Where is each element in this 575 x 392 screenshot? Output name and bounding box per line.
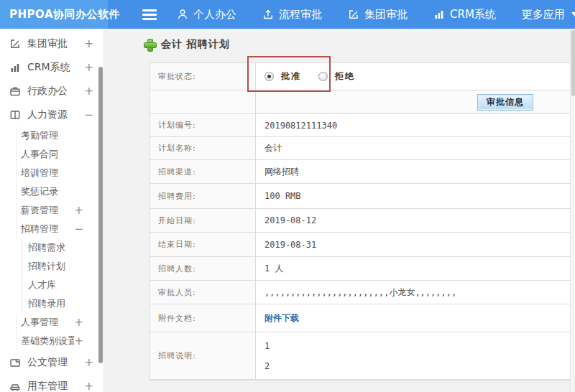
field-value: 2019-08-31 bbox=[256, 233, 571, 256]
description-value: 12 bbox=[256, 332, 571, 379]
sidebar-item-label: 招聘计划 bbox=[22, 260, 75, 273]
car-icon bbox=[9, 381, 21, 392]
top-bar: PHPOA协同办公软件 个人办公流程审批集团审批CRM系统更多应用 bbox=[0, 0, 575, 29]
sidebar-item-label: 人力资源 bbox=[27, 108, 78, 121]
field-label: 招聘人数: bbox=[150, 257, 256, 280]
sidebar-item-personnel[interactable]: 人事管理+ bbox=[16, 313, 104, 332]
field-row: 计划编号:20190812111340 bbox=[150, 114, 571, 137]
field-row: 招聘渠道:网络招聘 bbox=[150, 160, 571, 184]
sidebar-item-label: 基础类别设置 bbox=[17, 335, 74, 347]
window-scrollbar[interactable] bbox=[570, 29, 575, 392]
field-label: 开始日期: bbox=[150, 209, 256, 232]
reject-radio[interactable] bbox=[318, 72, 328, 81]
field-label: 结束日期: bbox=[150, 233, 256, 256]
sidebar-item-vehicle[interactable]: 用车管理+ bbox=[0, 374, 104, 392]
sidebar-item-talent-pool[interactable]: 人才库 bbox=[22, 276, 104, 294]
field-row: 计划名称:会计 bbox=[150, 137, 571, 160]
chart-icon bbox=[9, 62, 21, 73]
sidebar-item-group-approval[interactable]: 集团审批+ bbox=[0, 32, 104, 55]
nav-item-workflow-approval[interactable]: 流程审批 bbox=[262, 8, 322, 22]
field-label: 附件文档: bbox=[150, 304, 256, 332]
expand-icon[interactable]: + bbox=[74, 335, 83, 347]
field-row: 附件文档:附件下载 bbox=[150, 304, 571, 332]
recruit-plan-form: 审批状态: 批准 拒绝 审批信息 计划编号:20190812111340计划名称… bbox=[150, 62, 571, 381]
approval-button-row: 审批信息 bbox=[150, 90, 571, 114]
expand-icon[interactable]: + bbox=[74, 204, 83, 217]
nav-item-personal-office[interactable]: 个人办公 bbox=[177, 8, 236, 22]
expand-icon[interactable]: + bbox=[84, 85, 93, 98]
sidebar-item-reward-punish[interactable]: 奖惩记录 bbox=[16, 182, 104, 201]
sidebar-item-recruit-hire[interactable]: 招聘录用 bbox=[22, 294, 104, 313]
attachment-download-link[interactable]: 附件下载 bbox=[264, 312, 299, 325]
reject-radio-label: 拒绝 bbox=[335, 70, 355, 83]
field-row: 开始日期:2019-08-12 bbox=[150, 209, 571, 233]
sidebar-item-doc-management[interactable]: 公文管理+ bbox=[0, 350, 104, 374]
approval-info-button[interactable]: 审批信息 bbox=[477, 94, 533, 111]
expand-icon[interactable]: + bbox=[74, 316, 83, 329]
nav-item-label: 更多应用 bbox=[522, 8, 565, 22]
sidebar-item-label: 人事管理 bbox=[17, 316, 74, 329]
nav-item-group-approval[interactable]: 集团审批 bbox=[348, 8, 408, 22]
approval-status-options: 批准 拒绝 bbox=[264, 70, 365, 83]
collapse-icon[interactable]: − bbox=[74, 223, 83, 235]
field-row: 审批人员:,,,,,,,,,,,,,,,,,,,,,,,,小龙女,,,,,,,, bbox=[150, 281, 571, 304]
sidebar-item-recruitment[interactable]: 招聘管理− bbox=[16, 220, 104, 238]
field-value: 会计 bbox=[256, 137, 571, 159]
sidebar-item-label: 公文管理 bbox=[27, 356, 78, 369]
sidebar: 集团审批+CRM系统+行政办公+人力资源−考勤管理人事合同培训管理奖惩记录薪资管… bbox=[0, 29, 104, 392]
field-row: 结束日期:2019-08-31 bbox=[150, 233, 571, 257]
sidebar-item-recruit-demand[interactable]: 招聘需求 bbox=[22, 238, 104, 257]
field-value: 1 人 bbox=[256, 257, 571, 280]
field-label: 计划编号: bbox=[150, 114, 256, 136]
caret-down-icon bbox=[571, 12, 575, 17]
nav-item-more-apps[interactable]: 更多应用 bbox=[522, 8, 575, 22]
field-value: 100 RMB bbox=[256, 184, 571, 208]
field-label: 审批人员: bbox=[150, 281, 256, 304]
sidebar-item-label: 招聘管理 bbox=[17, 223, 74, 235]
field-value: 20190812111340 bbox=[256, 114, 571, 136]
app-logo: PHPOA协同办公软件 bbox=[0, 0, 108, 29]
sidebar-item-label: 人才库 bbox=[22, 279, 75, 291]
sidebar-item-recruit-plan[interactable]: 招聘计划 bbox=[22, 257, 104, 276]
sidebar-item-label: CRM系统 bbox=[27, 61, 78, 74]
description-row: 招聘说明: 12 bbox=[150, 332, 571, 380]
field-label: 招聘渠道: bbox=[150, 160, 256, 183]
sidebar-item-attendance[interactable]: 考勤管理 bbox=[16, 126, 104, 145]
description-label: 招聘说明: bbox=[150, 332, 256, 379]
doc-icon bbox=[9, 357, 21, 368]
expand-icon[interactable]: + bbox=[84, 61, 93, 74]
sidebar-item-crm-system[interactable]: CRM系统+ bbox=[0, 55, 104, 79]
edit-icon bbox=[9, 38, 21, 50]
collapse-icon[interactable]: − bbox=[84, 108, 93, 121]
field-row: 招聘费用:100 RMB bbox=[150, 184, 571, 209]
field-row: 招聘人数:1 人 bbox=[150, 257, 571, 281]
sidebar-item-label: 考勤管理 bbox=[17, 129, 83, 142]
field-value: ,,,,,,,,,,,,,,,,,,,,,,,,小龙女,,,,,,,, bbox=[256, 281, 571, 304]
sidebar-item-label: 行政办公 bbox=[27, 85, 78, 98]
field-value: 网络招聘 bbox=[256, 160, 571, 183]
window-scrollbar-thumb[interactable] bbox=[571, 30, 575, 96]
description-line: 2 bbox=[264, 361, 270, 371]
field-label: 招聘费用: bbox=[150, 184, 256, 208]
approve-radio[interactable] bbox=[264, 72, 274, 81]
sidebar-item-base-category[interactable]: 基础类别设置+ bbox=[16, 332, 104, 350]
sidebar-item-label: 薪资管理 bbox=[17, 204, 74, 217]
nav-item-crm-system[interactable]: CRM系统 bbox=[433, 8, 496, 22]
top-nav: 个人办公流程审批集团审批CRM系统更多应用 bbox=[177, 8, 575, 22]
sidebar-item-training[interactable]: 培训管理 bbox=[16, 164, 104, 182]
field-label: 计划名称: bbox=[150, 137, 256, 159]
chart-icon bbox=[433, 9, 445, 20]
sidebar-scrollbar-thumb[interactable] bbox=[98, 67, 103, 363]
sidebar-item-salary[interactable]: 薪资管理+ bbox=[16, 201, 104, 220]
page-title-text: 会计 招聘计划 bbox=[161, 38, 230, 51]
sidebar-item-human-resources[interactable]: 人力资源− bbox=[0, 103, 104, 126]
nav-item-label: 流程审批 bbox=[279, 8, 322, 22]
expand-icon[interactable]: + bbox=[84, 380, 93, 392]
expand-icon[interactable]: + bbox=[84, 356, 93, 369]
expand-icon[interactable]: + bbox=[84, 37, 93, 50]
sidebar-item-admin-office[interactable]: 行政办公+ bbox=[0, 79, 104, 103]
sidebar-item-label: 集团审批 bbox=[27, 37, 78, 50]
hamburger-icon[interactable] bbox=[142, 9, 157, 20]
sidebar-item-hr-contract[interactable]: 人事合同 bbox=[16, 145, 104, 164]
approval-status-label: 审批状态: bbox=[150, 63, 256, 90]
